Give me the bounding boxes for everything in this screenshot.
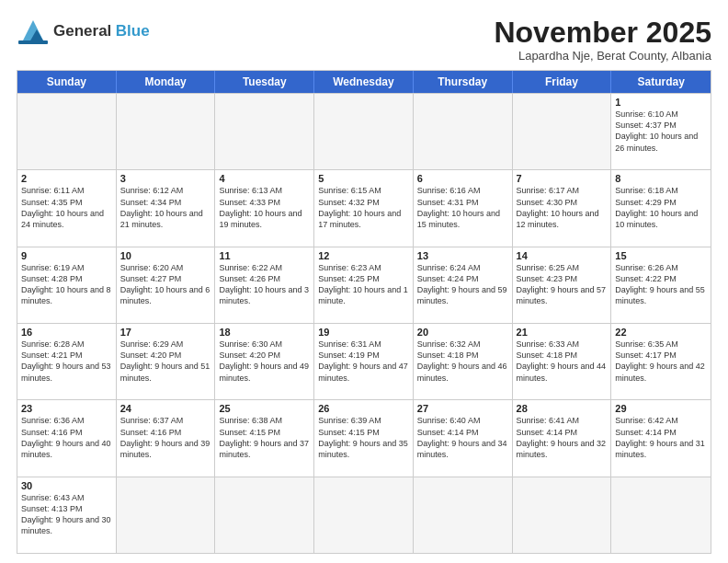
- cal-cell: [414, 94, 513, 169]
- logo-icon: [17, 17, 50, 46]
- day-info: Sunrise: 6:15 AM Sunset: 4:32 PM Dayligh…: [318, 185, 409, 230]
- week-row-3: 9Sunrise: 6:19 AM Sunset: 4:28 PM Daylig…: [17, 247, 711, 323]
- day-number: 3: [120, 173, 211, 184]
- day-number: 24: [120, 403, 211, 414]
- day-number: 28: [517, 403, 608, 414]
- day-info: Sunrise: 6:40 AM Sunset: 4:14 PM Dayligh…: [417, 415, 508, 460]
- day-info: Sunrise: 6:23 AM Sunset: 4:25 PM Dayligh…: [318, 262, 409, 307]
- cal-cell: 25Sunrise: 6:38 AM Sunset: 4:15 PM Dayli…: [215, 400, 314, 476]
- day-info: Sunrise: 6:19 AM Sunset: 4:28 PM Dayligh…: [21, 262, 112, 307]
- cal-cell: 20Sunrise: 6:32 AM Sunset: 4:18 PM Dayli…: [414, 324, 513, 399]
- day-info: Sunrise: 6:10 AM Sunset: 4:37 PM Dayligh…: [615, 109, 707, 154]
- day-info: Sunrise: 6:38 AM Sunset: 4:15 PM Dayligh…: [219, 415, 310, 460]
- day-number: 30: [21, 480, 112, 491]
- week-row-6: 30Sunrise: 6:43 AM Sunset: 4:13 PM Dayli…: [17, 477, 711, 553]
- day-number: 25: [219, 403, 310, 414]
- day-number: 16: [21, 327, 112, 338]
- day-number: 2: [21, 173, 112, 184]
- day-number: 6: [417, 173, 508, 184]
- day-number: 15: [615, 250, 707, 261]
- cal-cell: [611, 477, 711, 553]
- cal-cell: [117, 94, 216, 169]
- header: General Blue November 2025 Lapardha Nje,…: [17, 17, 711, 63]
- day-number: 14: [517, 250, 608, 261]
- month-title: November 2025: [494, 17, 711, 49]
- day-number: 4: [219, 173, 310, 184]
- day-number: 29: [615, 403, 707, 414]
- cal-cell: 10Sunrise: 6:20 AM Sunset: 4:27 PM Dayli…: [117, 247, 216, 323]
- week-row-2: 2Sunrise: 6:11 AM Sunset: 4:35 PM Daylig…: [17, 169, 711, 246]
- logo: General Blue: [17, 17, 150, 46]
- day-info: Sunrise: 6:32 AM Sunset: 4:18 PM Dayligh…: [417, 339, 508, 384]
- weekday-header-thursday: Thursday: [414, 71, 513, 93]
- day-number: 18: [219, 327, 310, 338]
- cal-cell: 16Sunrise: 6:28 AM Sunset: 4:21 PM Dayli…: [17, 324, 117, 399]
- location-subtitle: Lapardha Nje, Berat County, Albania: [494, 49, 711, 63]
- day-info: Sunrise: 6:12 AM Sunset: 4:34 PM Dayligh…: [120, 185, 211, 230]
- day-number: 5: [318, 173, 409, 184]
- cal-cell: 14Sunrise: 6:25 AM Sunset: 4:23 PM Dayli…: [513, 247, 612, 323]
- cal-cell: 9Sunrise: 6:19 AM Sunset: 4:28 PM Daylig…: [17, 247, 117, 323]
- day-number: 13: [417, 250, 508, 261]
- cal-cell: 22Sunrise: 6:35 AM Sunset: 4:17 PM Dayli…: [611, 324, 711, 399]
- day-number: 9: [21, 250, 112, 261]
- day-info: Sunrise: 6:25 AM Sunset: 4:23 PM Dayligh…: [517, 262, 608, 307]
- day-number: 7: [517, 173, 608, 184]
- calendar-body: 1Sunrise: 6:10 AM Sunset: 4:37 PM Daylig…: [17, 93, 711, 553]
- day-info: Sunrise: 6:13 AM Sunset: 4:33 PM Dayligh…: [219, 185, 310, 230]
- cal-cell: [215, 94, 314, 169]
- cal-cell: 7Sunrise: 6:17 AM Sunset: 4:30 PM Daylig…: [513, 170, 612, 246]
- day-number: 1: [615, 97, 707, 108]
- cal-cell: [414, 477, 513, 553]
- day-info: Sunrise: 6:18 AM Sunset: 4:29 PM Dayligh…: [615, 185, 707, 230]
- calendar: SundayMondayTuesdayWednesdayThursdayFrid…: [17, 70, 711, 554]
- cal-cell: 11Sunrise: 6:22 AM Sunset: 4:26 PM Dayli…: [215, 247, 314, 323]
- cal-cell: 27Sunrise: 6:40 AM Sunset: 4:14 PM Dayli…: [414, 400, 513, 476]
- week-row-5: 23Sunrise: 6:36 AM Sunset: 4:16 PM Dayli…: [17, 399, 711, 476]
- day-number: 20: [417, 327, 508, 338]
- calendar-header-row: SundayMondayTuesdayWednesdayThursdayFrid…: [17, 71, 711, 93]
- day-number: 17: [120, 327, 211, 338]
- cal-cell: 29Sunrise: 6:42 AM Sunset: 4:14 PM Dayli…: [611, 400, 711, 476]
- cal-cell: [314, 477, 414, 553]
- day-info: Sunrise: 6:11 AM Sunset: 4:35 PM Dayligh…: [21, 185, 112, 230]
- cal-cell: 13Sunrise: 6:24 AM Sunset: 4:24 PM Dayli…: [414, 247, 513, 323]
- weekday-header-monday: Monday: [117, 71, 216, 93]
- day-info: Sunrise: 6:43 AM Sunset: 4:13 PM Dayligh…: [21, 492, 112, 537]
- day-number: 10: [120, 250, 211, 261]
- day-number: 26: [318, 403, 409, 414]
- day-info: Sunrise: 6:22 AM Sunset: 4:26 PM Dayligh…: [219, 262, 310, 307]
- day-info: Sunrise: 6:20 AM Sunset: 4:27 PM Dayligh…: [120, 262, 211, 307]
- cal-cell: 19Sunrise: 6:31 AM Sunset: 4:19 PM Dayli…: [314, 324, 414, 399]
- weekday-header-friday: Friday: [513, 71, 612, 93]
- day-info: Sunrise: 6:30 AM Sunset: 4:20 PM Dayligh…: [219, 339, 310, 384]
- cal-cell: 24Sunrise: 6:37 AM Sunset: 4:16 PM Dayli…: [117, 400, 216, 476]
- cal-cell: 1Sunrise: 6:10 AM Sunset: 4:37 PM Daylig…: [611, 94, 711, 169]
- cal-cell: 2Sunrise: 6:11 AM Sunset: 4:35 PM Daylig…: [17, 170, 117, 246]
- cal-cell: 17Sunrise: 6:29 AM Sunset: 4:20 PM Dayli…: [117, 324, 216, 399]
- logo-text: General Blue: [53, 22, 150, 40]
- day-info: Sunrise: 6:41 AM Sunset: 4:14 PM Dayligh…: [517, 415, 608, 460]
- day-info: Sunrise: 6:17 AM Sunset: 4:30 PM Dayligh…: [517, 185, 608, 230]
- weekday-header-saturday: Saturday: [611, 71, 711, 93]
- cal-cell: 28Sunrise: 6:41 AM Sunset: 4:14 PM Dayli…: [513, 400, 612, 476]
- weekday-header-tuesday: Tuesday: [215, 71, 314, 93]
- day-number: 23: [21, 403, 112, 414]
- day-info: Sunrise: 6:24 AM Sunset: 4:24 PM Dayligh…: [417, 262, 508, 307]
- day-info: Sunrise: 6:39 AM Sunset: 4:15 PM Dayligh…: [318, 415, 409, 460]
- day-number: 8: [615, 173, 707, 184]
- cal-cell: 26Sunrise: 6:39 AM Sunset: 4:15 PM Dayli…: [314, 400, 414, 476]
- cal-cell: [215, 477, 314, 553]
- weekday-header-wednesday: Wednesday: [314, 71, 414, 93]
- week-row-4: 16Sunrise: 6:28 AM Sunset: 4:21 PM Dayli…: [17, 323, 711, 399]
- day-info: Sunrise: 6:36 AM Sunset: 4:16 PM Dayligh…: [21, 415, 112, 460]
- day-number: 11: [219, 250, 310, 261]
- cal-cell: 8Sunrise: 6:18 AM Sunset: 4:29 PM Daylig…: [611, 170, 711, 246]
- cal-cell: 3Sunrise: 6:12 AM Sunset: 4:34 PM Daylig…: [117, 170, 216, 246]
- cal-cell: 5Sunrise: 6:15 AM Sunset: 4:32 PM Daylig…: [314, 170, 414, 246]
- svg-rect-2: [18, 40, 48, 44]
- cal-cell: [17, 94, 117, 169]
- day-number: 22: [615, 327, 707, 338]
- title-block: November 2025 Lapardha Nje, Berat County…: [494, 17, 711, 63]
- cal-cell: 18Sunrise: 6:30 AM Sunset: 4:20 PM Dayli…: [215, 324, 314, 399]
